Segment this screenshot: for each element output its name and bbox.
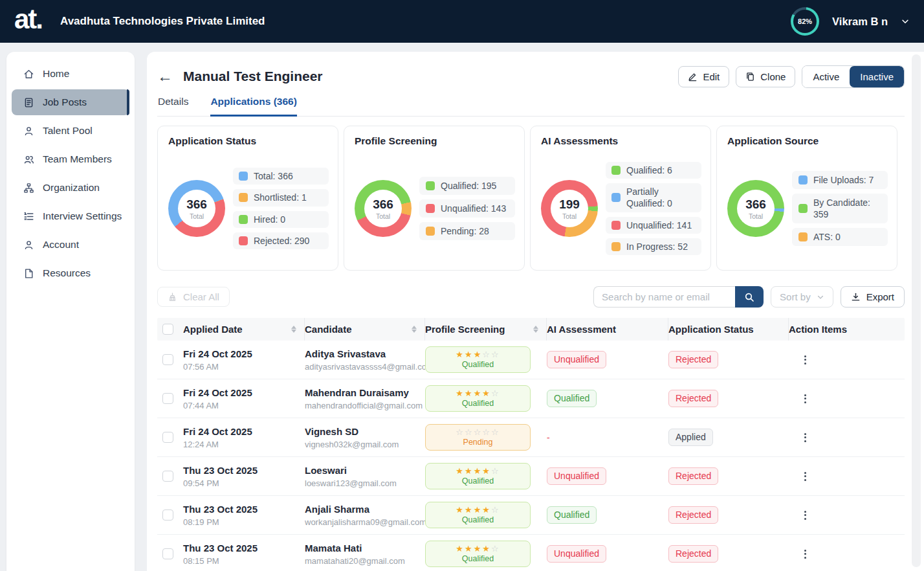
star-empty-icon: ☆ <box>474 427 483 437</box>
clone-button[interactable]: Clone <box>736 66 795 87</box>
applied-time: 09:54 PM <box>183 478 305 488</box>
sidebar-item-home[interactable]: Home <box>12 61 129 87</box>
legend-item: Qualified: 195 <box>419 177 515 195</box>
row-actions-menu-icon[interactable] <box>799 433 811 442</box>
row-actions-menu-icon[interactable] <box>799 472 811 481</box>
candidate-name: Aditya Srivastava <box>305 348 423 359</box>
column-header-profile-screening[interactable]: Profile Screening <box>425 318 547 341</box>
application-status-card: Application Status366TotalTotal: 366Shor… <box>157 126 338 271</box>
star-filled-icon: ★ <box>465 544 474 554</box>
sort-by-button[interactable]: Sort by <box>771 286 833 308</box>
candidate-name: Loeswari <box>305 465 423 476</box>
applied-time: 08:15 PM <box>183 556 305 566</box>
legend-color-chip <box>426 204 435 213</box>
team-members-icon <box>23 154 34 165</box>
star-filled-icon: ★ <box>474 350 483 359</box>
row-checkbox[interactable] <box>162 548 173 559</box>
legend-label: Unqualified: 141 <box>626 219 692 231</box>
row-actions-menu-icon[interactable] <box>799 394 811 403</box>
sidebar-item-account[interactable]: Account <box>12 232 129 258</box>
legend-item: Total: 366 <box>233 168 329 185</box>
row-checkbox[interactable] <box>162 393 173 404</box>
search-button[interactable] <box>735 286 764 308</box>
application-source-donut: 366Total <box>727 180 784 237</box>
sort-icon[interactable] <box>533 326 538 333</box>
back-arrow-icon[interactable]: ← <box>157 69 173 84</box>
applied-time: 08:19 PM <box>183 517 305 527</box>
row-checkbox[interactable] <box>162 471 173 482</box>
applied-date: Thu 23 Oct 2025 <box>183 543 305 554</box>
tab-details[interactable]: Details <box>158 96 188 116</box>
select-all-checkbox[interactable] <box>162 324 173 335</box>
user-menu[interactable]: Vikram B n <box>832 16 888 28</box>
application-status-cell: Rejected <box>668 467 789 485</box>
interview-settings-icon <box>23 211 34 222</box>
star-empty-icon: ☆ <box>491 427 500 437</box>
download-icon <box>851 292 861 302</box>
sort-icon[interactable] <box>412 326 417 333</box>
row-actions-menu-icon[interactable] <box>799 511 811 520</box>
column-header-applied-date[interactable]: Applied Date <box>183 318 305 341</box>
sidebar-item-talent-pool[interactable]: Talent Pool <box>12 118 129 144</box>
legend-color-chip <box>426 181 435 190</box>
legend-label: Qualified: 6 <box>626 164 672 176</box>
candidate-cell: Aditya Srivastavaadityasrivastavassss4@g… <box>305 348 425 372</box>
tab-applications[interactable]: Applications (366) <box>210 96 297 117</box>
main-panel: ← Manual Test Engineer Edit Clone Active… <box>147 52 924 571</box>
legend-color-chip <box>798 232 808 241</box>
row-actions-menu-icon[interactable] <box>799 550 811 559</box>
ai-assessment-cell: Qualified <box>547 390 668 407</box>
chevron-down-icon[interactable] <box>901 17 910 26</box>
column-header-candidate[interactable]: Candidate <box>305 318 425 341</box>
sidebar-item-resources[interactable]: Resources <box>12 260 129 286</box>
donut-total-value: 199 <box>559 197 580 212</box>
profile-completion-ring[interactable]: 82% <box>791 7 819 36</box>
table-row: Thu 23 Oct 202508:19 PMAnjali Sharmawork… <box>157 496 905 535</box>
sidebar-item-job-posts[interactable]: Job Posts <box>12 89 129 115</box>
legend-item: File Uploads: 7 <box>792 171 888 189</box>
card-body: 366TotalFile Uploads: 7By Candidate: 359… <box>727 153 888 263</box>
applied-date: Thu 23 Oct 2025 <box>183 465 305 476</box>
star-rating: ☆☆☆☆☆ <box>456 428 500 437</box>
column-header-ai-assessment: AI Assessment <box>547 318 668 341</box>
sidebar-item-label: Interview Settings <box>43 210 122 222</box>
clear-all-label: Clear All <box>183 291 219 302</box>
active-toggle-option[interactable]: Active <box>802 66 850 87</box>
ai-assessment-badge: Unqualified <box>547 351 606 368</box>
application-status-cell: Rejected <box>668 545 789 563</box>
sidebar-item-label: Talent Pool <box>43 125 93 137</box>
card-title: Profile Screening <box>355 135 515 147</box>
copy-icon <box>745 72 755 82</box>
search-input[interactable] <box>593 286 735 308</box>
sidebar-item-interview-settings[interactable]: Interview Settings <box>12 203 129 229</box>
edit-button[interactable]: Edit <box>678 66 729 87</box>
row-actions-menu-icon[interactable] <box>799 355 811 364</box>
clear-all-button[interactable]: Clear All <box>157 287 230 307</box>
job-posts-icon <box>23 97 34 108</box>
candidate-email: workanjalisharma09@gmail.com <box>305 517 423 527</box>
candidate-email: adityasrivastavassss4@gmail.com <box>305 362 423 372</box>
search-icon <box>744 292 754 302</box>
card-title: Application Source <box>727 135 888 147</box>
export-button[interactable]: Export <box>841 286 905 308</box>
sort-icon[interactable] <box>291 326 296 333</box>
sidebar-item-team-members[interactable]: Team Members <box>12 146 129 172</box>
application-status-badge: Rejected <box>668 467 718 485</box>
star-filled-icon: ★ <box>456 466 465 476</box>
legend-item: Shortlisted: 1 <box>233 189 329 206</box>
inactive-toggle-option[interactable]: Inactive <box>850 66 904 87</box>
application-source-card: Application Source366TotalFile Uploads: … <box>716 126 897 271</box>
star-empty-icon: ☆ <box>491 466 500 476</box>
profile-screening-card: Profile Screening366TotalQualified: 195U… <box>344 126 525 271</box>
row-checkbox[interactable] <box>162 354 173 365</box>
sidebar-item-organization[interactable]: Organization <box>12 175 129 201</box>
star-rating: ★★★★☆ <box>456 389 500 398</box>
row-checkbox[interactable] <box>162 509 173 521</box>
legend-item: Partially Qualified: 0 <box>606 183 701 212</box>
applied-date-cell: Fri 24 Oct 202512:24 AM <box>183 426 305 449</box>
scrollbar[interactable] <box>912 54 921 567</box>
star-rating: ★★★★☆ <box>456 467 500 476</box>
row-checkbox[interactable] <box>162 432 173 443</box>
legend-item: Qualified: 6 <box>606 162 701 179</box>
legend-label: Shortlisted: 1 <box>254 192 307 203</box>
